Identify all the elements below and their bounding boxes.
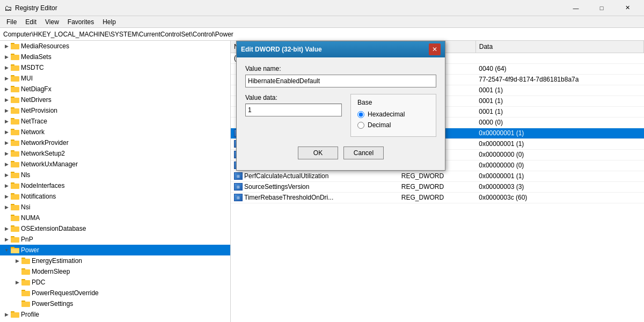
tree-label-pdc: PDC — [32, 279, 45, 286]
tree-item-nodeinterfaces[interactable]: ▶NodeInterfaces — [0, 180, 230, 191]
menu-bar: File Edit View Favorites Help — [0, 16, 644, 28]
tree-item-netprovision[interactable]: ▶NetProvision — [0, 105, 230, 116]
tree-item-profile[interactable]: ▶Profile — [0, 309, 230, 320]
expander-networkuxmanager[interactable]: ▶ — [2, 160, 11, 169]
folder-icon-energyestimation — [21, 257, 30, 265]
tree-item-numa[interactable]: NUMA — [0, 213, 230, 223]
expander-mediasets[interactable]: ▶ — [2, 53, 11, 61]
expander-energyestimation[interactable]: ▶ — [13, 257, 21, 265]
expander-networksetup2[interactable]: ▶ — [2, 149, 11, 158]
cell-data — [475, 53, 643, 63]
svg-rect-13 — [11, 108, 19, 114]
folder-icon-powerrequestoverride — [21, 289, 30, 297]
tree-label-power: Power — [21, 246, 39, 254]
hexadecimal-label: Hexadecimal — [368, 111, 405, 118]
tree-item-netdrivers[interactable]: ▶NetDrivers — [0, 94, 230, 105]
folder-icon-mediaresources — [11, 42, 19, 50]
cell-data: 0x00000001 (1) — [475, 128, 643, 138]
tree-item-notifications[interactable]: ▶Notifications — [0, 191, 230, 202]
svg-rect-3 — [11, 55, 19, 60]
menu-favorites[interactable]: Favorites — [63, 17, 98, 27]
tree-item-mediaresources[interactable]: ▶MediaResources — [0, 41, 230, 52]
folder-icon-netdiagfx — [11, 85, 19, 93]
tree-item-mui[interactable]: ▶MUI — [0, 73, 230, 84]
tree-item-nettrace[interactable]: ▶NetTrace — [0, 116, 230, 127]
tree-item-pnp[interactable]: ▶PnP — [0, 234, 230, 245]
tree-item-osextensiondatabase[interactable]: ▶OSExtensionDatabase — [0, 223, 230, 234]
tree-item-nsi[interactable]: ▶Nsi — [0, 202, 230, 213]
radio-decimal[interactable]: Decimal — [357, 121, 429, 129]
minimize-button[interactable]: — — [564, 0, 588, 16]
cell-type: REG_DWORD — [398, 192, 475, 203]
expander-power[interactable]: ▾ — [2, 246, 11, 254]
expander-netdiagfx[interactable]: ▶ — [2, 85, 11, 93]
cell-type: REG_DWORD — [398, 171, 475, 181]
expander-networkprovider[interactable]: ▶ — [2, 138, 11, 147]
tree-item-networkuxmanager[interactable]: ▶NetworkUxManager — [0, 159, 230, 170]
tree-item-netdiagfx[interactable]: ▶NetDiagFx — [0, 84, 230, 94]
tree-item-network[interactable]: ▶Network — [0, 127, 230, 137]
dialog-close-button[interactable]: ✕ — [429, 43, 441, 55]
folder-icon-profile — [11, 311, 19, 318]
expander-network[interactable]: ▶ — [2, 128, 11, 136]
tree-item-powersettings[interactable]: PowerSettings — [0, 298, 230, 309]
menu-file[interactable]: File — [2, 17, 21, 27]
svg-rect-17 — [11, 130, 19, 135]
value-name-input[interactable] — [245, 75, 436, 87]
radio-hexadecimal[interactable]: Hexadecimal — [357, 111, 429, 118]
expander-pdc[interactable]: ▶ — [13, 278, 21, 287]
tree-label-numa: NUMA — [21, 214, 40, 222]
tree-item-msdtc[interactable]: ▶MSDTC — [0, 62, 230, 73]
expander-msdtc[interactable]: ▶ — [2, 63, 11, 72]
dialog-buttons: OK Cancel — [245, 144, 436, 163]
svg-rect-27 — [11, 184, 19, 189]
tree-item-powerrequestoverride[interactable]: PowerRequestOverride — [0, 288, 230, 298]
dialog-body: Value name: Value data: Base Hexadecimal — [237, 57, 445, 170]
cell-data: 0x00000000 (0) — [475, 160, 643, 171]
svg-rect-44 — [21, 269, 30, 275]
menu-help[interactable]: Help — [98, 17, 120, 27]
tree-item-networkprovider[interactable]: ▶NetworkProvider — [0, 137, 230, 148]
tree-item-power[interactable]: ▾Power — [0, 245, 230, 255]
expander-netdrivers[interactable]: ▶ — [2, 96, 11, 104]
expander-pnp[interactable]: ▶ — [2, 235, 11, 244]
expander-mediaresources[interactable]: ▶ — [2, 42, 11, 50]
value-data-input[interactable] — [245, 104, 342, 116]
expander-nsi[interactable]: ▶ — [2, 203, 11, 211]
maximize-button[interactable]: □ — [589, 0, 614, 16]
tree-item-nls[interactable]: ▶Nls — [0, 170, 230, 180]
table-row[interactable]: ⊞SourceSettingsVersionREG_DWORD0x0000000… — [231, 181, 644, 192]
folder-icon-power — [11, 246, 19, 254]
svg-rect-35 — [11, 226, 19, 232]
tree-item-networksetup2[interactable]: ▶NetworkSetup2 — [0, 148, 230, 159]
ok-button[interactable]: OK — [298, 147, 338, 159]
svg-rect-46 — [21, 280, 30, 286]
table-row[interactable]: ⊞PerfCalculateActualUtilizationREG_DWORD… — [231, 171, 644, 181]
table-row[interactable]: ⊞TimerRebaseThresholdOnDri...REG_DWORD0x… — [231, 192, 644, 203]
expander-mui[interactable]: ▶ — [2, 74, 11, 83]
folder-icon-pdc — [21, 279, 30, 286]
close-button[interactable]: ✕ — [615, 0, 640, 16]
menu-view[interactable]: View — [41, 17, 63, 27]
expander-nls[interactable]: ▶ — [2, 171, 11, 179]
expander-netprovision[interactable]: ▶ — [2, 106, 11, 115]
tree-item-energyestimation[interactable]: ▶EnergyEstimation — [0, 255, 230, 266]
menu-edit[interactable]: Edit — [21, 17, 41, 27]
tree-panel: ▶MediaResources▶MediaSets▶MSDTC▶MUI▶NetD… — [0, 41, 231, 322]
tree-item-modernsleep[interactable]: ModernSleep — [0, 266, 230, 277]
tree-item-mediasets[interactable]: ▶MediaSets — [0, 52, 230, 62]
expander-profile[interactable]: ▶ — [2, 310, 11, 319]
dialog-title-bar: Edit DWORD (32-bit) Value ✕ — [237, 41, 445, 57]
tree-label-netprovision: NetProvision — [21, 107, 57, 114]
expander-powerrequestoverride — [13, 289, 21, 297]
expander-nettrace[interactable]: ▶ — [2, 117, 11, 126]
expander-notifications[interactable]: ▶ — [2, 192, 11, 201]
expander-nodeinterfaces[interactable]: ▶ — [2, 181, 11, 190]
tree-label-modernsleep: ModernSleep — [32, 268, 70, 275]
tree-label-msdtc: MSDTC — [21, 64, 44, 71]
expander-osextensiondatabase[interactable]: ▶ — [2, 224, 11, 233]
dialog-data-row: Value data: Base Hexadecimal Decimal — [245, 94, 436, 137]
cancel-button[interactable]: Cancel — [343, 147, 384, 159]
tree-item-pdc[interactable]: ▶PDC — [0, 277, 230, 288]
folder-icon-modernsleep — [21, 268, 30, 275]
